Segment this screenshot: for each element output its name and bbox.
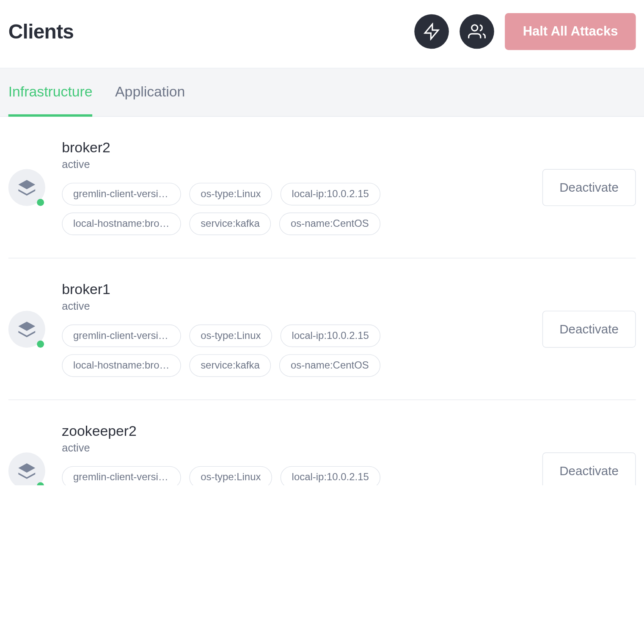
svg-marker-4 — [18, 321, 35, 330]
deactivate-button[interactable]: Deactivate — [542, 311, 636, 347]
users-icon — [468, 22, 486, 40]
lightning-icon — [423, 22, 440, 40]
attacks-button[interactable] — [415, 14, 449, 49]
client-tag[interactable]: os-name:CentOS — [279, 212, 380, 235]
client-tag[interactable]: os-name:CentOS — [279, 354, 380, 377]
client-row: broker2 active gremlin-client-versio... … — [8, 117, 636, 259]
svg-marker-7 — [18, 472, 35, 479]
client-tag[interactable]: local-hostname:brok... — [62, 354, 181, 377]
svg-point-1 — [472, 25, 478, 31]
tab-application[interactable]: Application — [115, 83, 185, 117]
client-tag[interactable]: os-type:Linux — [189, 325, 272, 347]
client-tag[interactable]: service:kafka — [189, 212, 271, 235]
client-tag[interactable]: gremlin-client-versio... — [62, 183, 181, 205]
client-avatar — [8, 311, 45, 347]
client-tag[interactable]: local-ip:10.0.2.15 — [281, 325, 380, 347]
client-tag[interactable]: local-hostname:brok... — [62, 212, 181, 235]
status-indicator-active — [37, 340, 44, 347]
client-row: broker1 active gremlin-client-versio... … — [8, 259, 636, 400]
client-tag[interactable]: local-ip:10.0.2.15 — [281, 466, 380, 485]
client-info: broker2 active gremlin-client-versio... … — [62, 139, 526, 235]
tag-row: gremlin-client-versio... os-type:Linux l… — [62, 183, 526, 205]
client-tag[interactable]: local-ip:10.0.2.15 — [281, 183, 380, 205]
svg-marker-3 — [18, 189, 35, 195]
svg-marker-5 — [18, 330, 35, 337]
svg-marker-2 — [18, 180, 35, 189]
layers-icon — [17, 319, 37, 339]
tag-row: gremlin-client-versio... os-type:Linux l… — [62, 325, 526, 347]
layers-icon — [17, 177, 37, 198]
tab-infrastructure[interactable]: Infrastructure — [8, 83, 93, 117]
halt-all-attacks-button[interactable]: Halt All Attacks — [505, 13, 636, 50]
tabs-container: Infrastructure Application — [0, 69, 644, 117]
tag-row: local-hostname:brok... service:kafka os-… — [62, 212, 526, 235]
page-header: Clients Halt All Attacks — [0, 0, 644, 69]
client-status: active — [62, 442, 526, 454]
client-name: broker1 — [62, 281, 526, 297]
layers-icon — [17, 460, 37, 481]
tag-row: gremlin-client-versio... os-type:Linux l… — [62, 466, 526, 485]
page-title: Clients — [8, 20, 74, 43]
client-tag[interactable]: gremlin-client-versio... — [62, 325, 181, 347]
client-tag[interactable]: service:kafka — [189, 354, 271, 377]
client-list: broker2 active gremlin-client-versio... … — [0, 117, 644, 485]
client-status: active — [62, 158, 526, 171]
client-name: broker2 — [62, 139, 526, 156]
header-actions: Halt All Attacks — [415, 13, 636, 50]
status-indicator-active — [37, 482, 44, 485]
client-info: broker1 active gremlin-client-versio... … — [62, 281, 526, 377]
client-avatar — [8, 452, 45, 485]
client-name: zookeeper2 — [62, 423, 526, 439]
client-avatar — [8, 169, 45, 206]
client-status: active — [62, 300, 526, 313]
deactivate-button[interactable]: Deactivate — [542, 169, 636, 206]
deactivate-button[interactable]: Deactivate — [542, 452, 636, 485]
users-button[interactable] — [460, 14, 495, 49]
status-indicator-active — [37, 198, 44, 206]
client-info: zookeeper2 active gremlin-client-versio.… — [62, 423, 526, 485]
client-row: zookeeper2 active gremlin-client-versio.… — [8, 400, 636, 485]
client-tag[interactable]: os-type:Linux — [189, 466, 272, 485]
svg-marker-0 — [425, 24, 439, 39]
client-tag[interactable]: gremlin-client-versio... — [62, 466, 181, 485]
svg-marker-6 — [18, 463, 35, 472]
tag-row: local-hostname:brok... service:kafka os-… — [62, 354, 526, 377]
client-tag[interactable]: os-type:Linux — [189, 183, 272, 205]
